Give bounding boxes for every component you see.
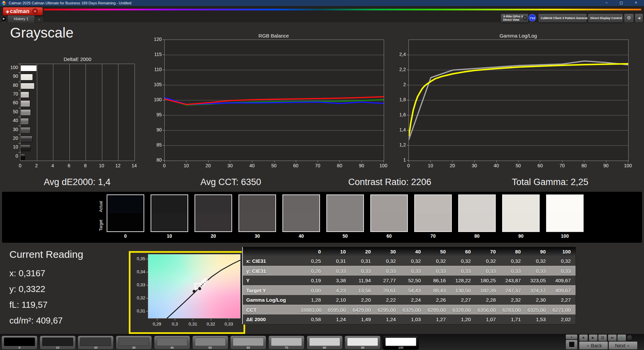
table-column-header: 20 xyxy=(351,247,376,256)
swatch-target-half xyxy=(459,213,495,231)
back-button[interactable]: « Back xyxy=(579,341,608,350)
table-cell: 0,31 xyxy=(326,256,351,266)
y-axis-category-label: 100 xyxy=(3,65,18,70)
grid-line xyxy=(102,64,102,161)
x-axis-tick-label: 60 xyxy=(533,163,547,168)
axis-tick xyxy=(186,161,186,162)
x-axis-tick-label: 80 xyxy=(577,163,591,168)
table-cell: 0,31 xyxy=(351,256,376,266)
pattern-level-button[interactable]: 90 xyxy=(344,336,381,350)
axis-tick xyxy=(146,259,148,259)
swatch-actual-half xyxy=(239,195,275,213)
axis-tick xyxy=(318,161,318,162)
add-tab-button[interactable]: + xyxy=(35,16,44,23)
pattern-color-chip xyxy=(385,338,416,346)
display-control-label: Direct Display Control xyxy=(590,16,622,20)
y-axis-tick-label: 95 xyxy=(148,112,162,117)
close-button[interactable]: × xyxy=(629,0,643,6)
table-cell: 0,33 xyxy=(450,266,476,276)
y-axis-tick-label: 110 xyxy=(148,67,162,72)
loop-refresh-button[interactable]: ↻ xyxy=(617,334,626,341)
swatch-target-half xyxy=(415,213,451,231)
gear-icon: ⚙ xyxy=(627,15,631,20)
table-cell: 2,27 xyxy=(550,295,576,305)
axis-tick xyxy=(252,161,252,162)
pattern-window-up-button[interactable]: ▲ xyxy=(566,334,578,340)
bar-sheen xyxy=(21,145,30,148)
continuous-button[interactable]: ∞ xyxy=(608,334,617,341)
table-cell: 6356,00 xyxy=(476,305,501,314)
calman-menu-button[interactable]: ◈ calman ▼ xyxy=(3,7,43,15)
table-cell: 0,25 xyxy=(301,256,326,266)
y-axis-category-label: 0 xyxy=(3,153,18,159)
minimize-button[interactable]: − xyxy=(599,0,614,6)
pattern-level-button[interactable]: 100 xyxy=(383,336,419,350)
swatch-target-half xyxy=(195,213,231,231)
pattern-level-button[interactable]: 70 xyxy=(268,336,305,350)
pattern-level-label: 30 xyxy=(116,346,152,349)
pattern-level-button[interactable]: 20 xyxy=(77,336,114,350)
axis-tick xyxy=(18,90,20,91)
meter-dropdown-icon[interactable]: ▼ xyxy=(523,16,527,20)
table-cell: 6271,00 xyxy=(550,305,576,314)
pattern-level-label: 60 xyxy=(230,346,266,349)
table-cell: 0,00 xyxy=(301,286,326,295)
axis-tick xyxy=(407,85,409,85)
collapse-panel-button[interactable]: ◀ xyxy=(635,13,643,23)
pattern-level-button[interactable]: 40 xyxy=(154,336,190,350)
axis-tick xyxy=(452,161,453,162)
swatch-actual-half xyxy=(151,195,187,213)
table-cell: 0,32 xyxy=(476,256,501,266)
display-control-button[interactable]: Direct Display Control ▼ xyxy=(588,13,623,23)
y-axis-category-label: 70 xyxy=(3,91,18,97)
table-cell: 1,49 xyxy=(351,314,376,324)
x-axis-tick-label: 40 xyxy=(490,163,503,168)
x-axis-tick-label: 100 xyxy=(377,163,390,168)
single-measure-button[interactable]: [|] xyxy=(598,334,607,341)
table-header-row: 0102030405060708090100 xyxy=(243,247,576,256)
pattern-window-button[interactable] xyxy=(566,340,578,350)
stop-button[interactable]: ■ xyxy=(579,334,588,341)
table-cell: 11,94 xyxy=(351,276,376,285)
restore-button[interactable]: ◻ xyxy=(614,0,629,6)
pattern-level-button[interactable]: 60 xyxy=(230,336,266,350)
table-cell: 0,26 xyxy=(301,266,326,276)
meter-device-button[interactable]: X-Rite i1Pro 3 Direct View ▼ xyxy=(500,13,529,23)
history-nav-button[interactable]: ▶ xyxy=(1,16,7,22)
app-header: ◈ calman ▼ ▶ History 1 + X-Rite i1Pro 3 … xyxy=(0,6,644,22)
reading-y: y: 0,3322 xyxy=(9,284,45,294)
table-cell: 88,43 xyxy=(426,286,451,295)
grayscale-swatch xyxy=(151,194,188,232)
play-button[interactable]: ▶ xyxy=(589,334,598,341)
tab-history-1[interactable]: History 1 xyxy=(7,15,35,22)
pattern-level-button[interactable]: 0 xyxy=(1,336,38,350)
next-button[interactable]: Next » xyxy=(608,341,638,350)
pattern-level-button[interactable]: 10 xyxy=(40,336,76,350)
swatch-level-label: 100 xyxy=(546,233,584,239)
deltae-bar xyxy=(20,74,33,80)
axis-tick xyxy=(18,99,20,99)
swatch-level-label: 40 xyxy=(282,233,320,239)
pattern-level-button[interactable]: 80 xyxy=(307,336,343,350)
table-cell: 6325,00 xyxy=(400,305,426,314)
settings-button[interactable]: ⚙ xyxy=(624,13,634,23)
table-cell: 0,33 xyxy=(526,266,551,276)
y-axis-category-label: 50 xyxy=(3,109,18,114)
calman-menu-dropdown-icon[interactable]: ▼ xyxy=(32,8,38,14)
pattern-color-chip xyxy=(309,338,340,346)
table-cell: 0,32 xyxy=(526,256,551,266)
reading-fl: fL: 119,57 xyxy=(9,300,48,310)
pattern-level-button[interactable]: 30 xyxy=(116,336,152,350)
y-axis-category-label: 40 xyxy=(3,118,18,123)
axis-tick xyxy=(18,108,20,108)
pattern-level-label: 100 xyxy=(383,346,419,349)
table-cell: 27,77 xyxy=(376,276,401,285)
pattern-level-button[interactable]: 50 xyxy=(192,336,228,350)
x-axis-tick-label: 80 xyxy=(333,163,346,168)
table-cell: 247,37 xyxy=(500,286,526,295)
grid-line xyxy=(37,64,37,161)
pattern-generator-button[interactable]: CalMAN Client 3 Pattern Generator ▼ xyxy=(538,13,587,23)
axis-tick xyxy=(146,298,148,298)
bar-sheen xyxy=(21,65,37,69)
deltae-bar xyxy=(20,83,35,89)
